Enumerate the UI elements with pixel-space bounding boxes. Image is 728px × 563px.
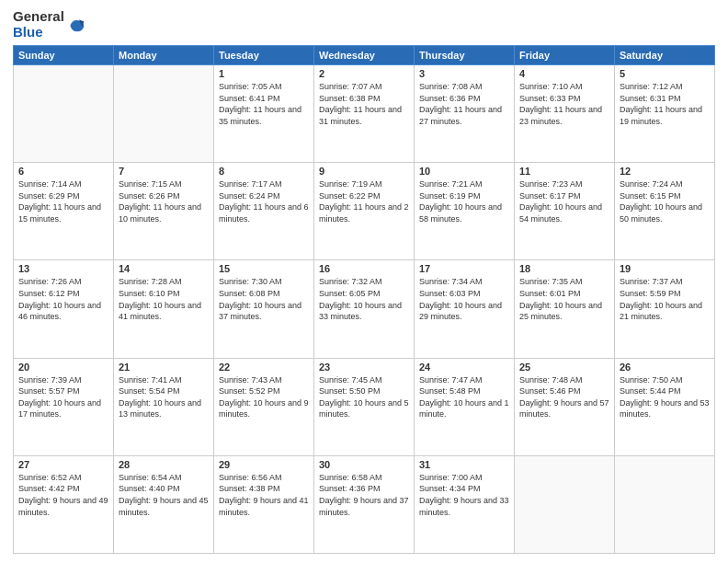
calendar-cell: 25Sunrise: 7:48 AMSunset: 5:46 PMDayligh…	[515, 358, 615, 455]
calendar-cell: 28Sunrise: 6:54 AMSunset: 4:40 PMDayligh…	[114, 455, 214, 553]
calendar-cell: 30Sunrise: 6:58 AMSunset: 4:36 PMDayligh…	[314, 455, 415, 553]
calendar-cell: 17Sunrise: 7:34 AMSunset: 6:03 PMDayligh…	[415, 260, 515, 358]
day-header-tuesday: Tuesday	[214, 46, 314, 65]
header-row: SundayMondayTuesdayWednesdayThursdayFrid…	[14, 46, 715, 65]
cell-content: Sunrise: 7:47 AMSunset: 5:48 PMDaylight:…	[419, 374, 509, 420]
cell-content: Sunrise: 7:35 AMSunset: 6:01 PMDaylight:…	[519, 276, 609, 322]
cell-content: Sunrise: 7:24 AMSunset: 6:15 PMDaylight:…	[620, 178, 710, 224]
cell-content: Sunrise: 7:05 AMSunset: 6:41 PMDaylight:…	[219, 81, 309, 127]
day-number: 21	[119, 362, 209, 373]
day-number: 11	[519, 166, 609, 177]
day-number: 15	[219, 263, 309, 274]
day-number: 25	[519, 362, 609, 373]
cell-content: Sunrise: 7:00 AMSunset: 4:34 PMDaylight:…	[419, 472, 509, 518]
calendar-cell: 11Sunrise: 7:23 AMSunset: 6:17 PMDayligh…	[515, 163, 615, 260]
week-row-5: 27Sunrise: 6:52 AMSunset: 4:42 PMDayligh…	[14, 455, 715, 553]
calendar-cell: 26Sunrise: 7:50 AMSunset: 5:44 PMDayligh…	[615, 358, 715, 455]
logo-blue: Blue	[13, 24, 43, 40]
day-number: 12	[620, 166, 710, 177]
cell-content: Sunrise: 7:45 AMSunset: 5:50 PMDaylight:…	[319, 374, 409, 420]
calendar-cell: 15Sunrise: 7:30 AMSunset: 6:08 PMDayligh…	[214, 260, 314, 358]
calendar-cell: 20Sunrise: 7:39 AMSunset: 5:57 PMDayligh…	[14, 358, 114, 455]
cell-content: Sunrise: 7:12 AMSunset: 6:31 PMDaylight:…	[620, 81, 710, 127]
cell-content: Sunrise: 7:10 AMSunset: 6:33 PMDaylight:…	[519, 81, 609, 127]
day-number: 26	[620, 362, 710, 373]
day-number: 3	[419, 68, 509, 79]
day-header-monday: Monday	[114, 46, 214, 65]
calendar-cell: 27Sunrise: 6:52 AMSunset: 4:42 PMDayligh…	[14, 455, 114, 553]
calendar-cell: 10Sunrise: 7:21 AMSunset: 6:19 PMDayligh…	[415, 163, 515, 260]
cell-content: Sunrise: 7:14 AMSunset: 6:29 PMDaylight:…	[18, 178, 108, 224]
cell-content: Sunrise: 7:28 AMSunset: 6:10 PMDaylight:…	[119, 276, 209, 322]
calendar-cell: 7Sunrise: 7:15 AMSunset: 6:26 PMDaylight…	[114, 163, 214, 260]
day-header-saturday: Saturday	[615, 46, 715, 65]
day-number: 10	[419, 166, 509, 177]
header: General Blue	[13, 9, 715, 40]
day-number: 22	[219, 362, 309, 373]
cell-content: Sunrise: 7:07 AMSunset: 6:38 PMDaylight:…	[319, 81, 409, 127]
cell-content: Sunrise: 6:54 AMSunset: 4:40 PMDaylight:…	[119, 472, 209, 518]
cell-content: Sunrise: 7:50 AMSunset: 5:44 PMDaylight:…	[620, 374, 710, 420]
day-number: 20	[18, 362, 108, 373]
cell-content: Sunrise: 7:43 AMSunset: 5:52 PMDaylight:…	[219, 374, 309, 420]
calendar-cell: 9Sunrise: 7:19 AMSunset: 6:22 PMDaylight…	[314, 163, 415, 260]
calendar-cell	[615, 455, 715, 553]
cell-content: Sunrise: 7:34 AMSunset: 6:03 PMDaylight:…	[419, 276, 509, 322]
calendar-cell: 31Sunrise: 7:00 AMSunset: 4:34 PMDayligh…	[415, 455, 515, 553]
day-number: 30	[319, 459, 409, 470]
week-row-1: 1Sunrise: 7:05 AMSunset: 6:41 PMDaylight…	[14, 65, 715, 163]
cell-content: Sunrise: 7:32 AMSunset: 6:05 PMDaylight:…	[319, 276, 409, 322]
calendar-cell: 1Sunrise: 7:05 AMSunset: 6:41 PMDaylight…	[214, 65, 314, 163]
calendar-cell: 2Sunrise: 7:07 AMSunset: 6:38 PMDaylight…	[314, 65, 415, 163]
day-number: 2	[319, 68, 409, 79]
calendar-cell: 12Sunrise: 7:24 AMSunset: 6:15 PMDayligh…	[615, 163, 715, 260]
week-row-4: 20Sunrise: 7:39 AMSunset: 5:57 PMDayligh…	[14, 358, 715, 455]
calendar-cell: 8Sunrise: 7:17 AMSunset: 6:24 PMDaylight…	[214, 163, 314, 260]
cell-content: Sunrise: 7:41 AMSunset: 5:54 PMDaylight:…	[119, 374, 209, 420]
calendar-cell: 21Sunrise: 7:41 AMSunset: 5:54 PMDayligh…	[114, 358, 214, 455]
calendar-cell: 19Sunrise: 7:37 AMSunset: 5:59 PMDayligh…	[615, 260, 715, 358]
day-number: 27	[18, 459, 108, 470]
day-number: 8	[219, 166, 309, 177]
cell-content: Sunrise: 7:48 AMSunset: 5:46 PMDaylight:…	[519, 374, 609, 420]
day-header-sunday: Sunday	[14, 46, 114, 65]
calendar-cell	[515, 455, 615, 553]
cell-content: Sunrise: 7:37 AMSunset: 5:59 PMDaylight:…	[620, 276, 710, 322]
day-number: 6	[18, 166, 108, 177]
logo-icon	[67, 15, 87, 35]
day-number: 31	[419, 459, 509, 470]
week-row-3: 13Sunrise: 7:26 AMSunset: 6:12 PMDayligh…	[14, 260, 715, 358]
calendar-table: SundayMondayTuesdayWednesdayThursdayFrid…	[13, 45, 715, 554]
cell-content: Sunrise: 7:26 AMSunset: 6:12 PMDaylight:…	[18, 276, 108, 322]
day-header-thursday: Thursday	[415, 46, 515, 65]
calendar-cell: 13Sunrise: 7:26 AMSunset: 6:12 PMDayligh…	[14, 260, 114, 358]
cell-content: Sunrise: 7:30 AMSunset: 6:08 PMDaylight:…	[219, 276, 309, 322]
day-number: 17	[419, 263, 509, 274]
day-number: 7	[119, 166, 209, 177]
calendar-cell	[14, 65, 114, 163]
day-number: 24	[419, 362, 509, 373]
logo-general: General	[13, 8, 64, 24]
calendar-cell: 3Sunrise: 7:08 AMSunset: 6:36 PMDaylight…	[415, 65, 515, 163]
cell-content: Sunrise: 7:21 AMSunset: 6:19 PMDaylight:…	[419, 178, 509, 224]
calendar-cell: 14Sunrise: 7:28 AMSunset: 6:10 PMDayligh…	[114, 260, 214, 358]
cell-content: Sunrise: 7:19 AMSunset: 6:22 PMDaylight:…	[319, 178, 409, 224]
cell-content: Sunrise: 6:56 AMSunset: 4:38 PMDaylight:…	[219, 472, 309, 518]
day-number: 18	[519, 263, 609, 274]
calendar-cell: 29Sunrise: 6:56 AMSunset: 4:38 PMDayligh…	[214, 455, 314, 553]
day-header-friday: Friday	[515, 46, 615, 65]
cell-content: Sunrise: 6:52 AMSunset: 4:42 PMDaylight:…	[18, 472, 108, 518]
calendar-cell	[114, 65, 214, 163]
day-number: 9	[319, 166, 409, 177]
calendar-cell: 16Sunrise: 7:32 AMSunset: 6:05 PMDayligh…	[314, 260, 415, 358]
day-header-wednesday: Wednesday	[314, 46, 415, 65]
cell-content: Sunrise: 7:08 AMSunset: 6:36 PMDaylight:…	[419, 81, 509, 127]
calendar-cell: 6Sunrise: 7:14 AMSunset: 6:29 PMDaylight…	[14, 163, 114, 260]
week-row-2: 6Sunrise: 7:14 AMSunset: 6:29 PMDaylight…	[14, 163, 715, 260]
cell-content: Sunrise: 6:58 AMSunset: 4:36 PMDaylight:…	[319, 472, 409, 518]
day-number: 28	[119, 459, 209, 470]
calendar-cell: 5Sunrise: 7:12 AMSunset: 6:31 PMDaylight…	[615, 65, 715, 163]
day-number: 19	[620, 263, 710, 274]
calendar-cell: 24Sunrise: 7:47 AMSunset: 5:48 PMDayligh…	[415, 358, 515, 455]
calendar-cell: 4Sunrise: 7:10 AMSunset: 6:33 PMDaylight…	[515, 65, 615, 163]
